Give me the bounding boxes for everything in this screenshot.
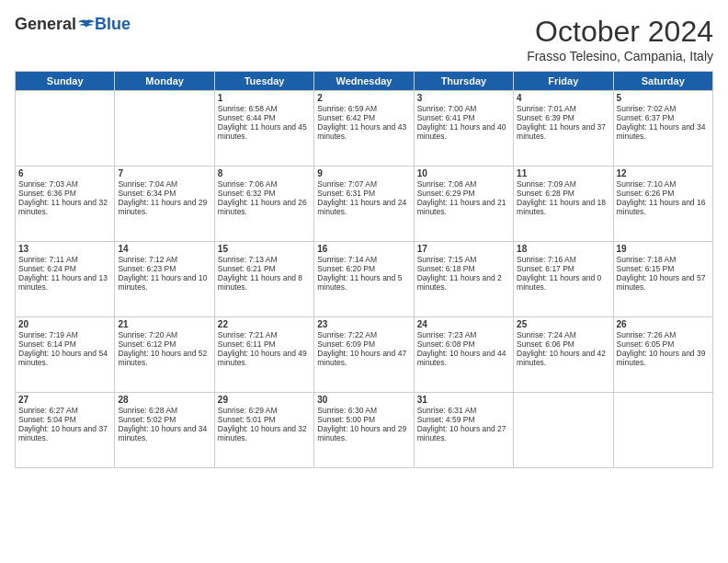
daylight-text: Daylight: 11 hours and 21 minutes. [417,198,510,216]
day-number: 12 [617,168,710,178]
daylight-text: Daylight: 10 hours and 57 minutes. [617,273,710,292]
sunset-text: Sunset: 6:12 PM [118,339,210,349]
daylight-text: Daylight: 11 hours and 13 minutes. [18,273,111,292]
calendar: SundayMondayTuesdayWednesdayThursdayFrid… [15,71,713,468]
sunset-text: Sunset: 6:32 PM [218,189,311,198]
calendar-cell: 24Sunrise: 7:23 AMSunset: 6:08 PMDayligh… [414,317,513,393]
day-number: 15 [218,244,311,254]
sunset-text: Sunset: 6:41 PM [417,113,510,122]
daylight-text: Daylight: 10 hours and 49 minutes. [218,349,311,367]
sunrise-text: Sunrise: 6:58 AM [218,104,311,113]
sunrise-text: Sunrise: 7:21 AM [218,330,311,339]
daylight-text: Daylight: 11 hours and 5 minutes. [317,273,410,292]
day-number: 25 [517,319,609,329]
calendar-cell: 5Sunrise: 7:02 AMSunset: 6:37 PMDaylight… [613,91,712,167]
calendar-header-row: SundayMondayTuesdayWednesdayThursdayFrid… [16,72,713,91]
sunrise-text: Sunrise: 7:26 AM [617,330,710,339]
daylight-text: Daylight: 10 hours and 42 minutes. [517,349,609,367]
sunrise-text: Sunrise: 7:14 AM [317,255,410,264]
calendar-cell [613,393,712,468]
sunset-text: Sunset: 6:05 PM [617,339,710,349]
sunrise-text: Sunrise: 6:31 AM [417,406,510,415]
logo-bird-icon [78,18,95,31]
daylight-text: Daylight: 10 hours and 47 minutes. [317,349,410,367]
sunrise-text: Sunrise: 7:15 AM [417,255,510,264]
sunset-text: Sunset: 6:09 PM [317,339,410,349]
calendar-cell: 11Sunrise: 7:09 AMSunset: 6:28 PMDayligh… [514,167,613,242]
sunrise-text: Sunrise: 7:16 AM [517,255,609,264]
daylight-text: Daylight: 10 hours and 37 minutes. [18,424,111,442]
daylight-text: Daylight: 11 hours and 24 minutes. [317,198,410,216]
sunset-text: Sunset: 6:36 PM [18,189,111,198]
calendar-cell: 29Sunrise: 6:29 AMSunset: 5:01 PMDayligh… [214,393,313,468]
day-number: 8 [218,168,311,178]
sunset-text: Sunset: 6:21 PM [218,264,311,273]
sunrise-text: Sunrise: 7:08 AM [417,179,510,189]
day-number: 1 [218,93,311,103]
day-number: 4 [517,93,609,103]
sunset-text: Sunset: 6:20 PM [317,264,410,273]
sunrise-text: Sunrise: 7:01 AM [517,104,609,113]
sunset-text: Sunset: 6:28 PM [517,189,609,198]
sunset-text: Sunset: 6:29 PM [417,189,510,198]
day-number: 10 [417,168,510,178]
calendar-cell [16,91,115,167]
daylight-text: Daylight: 11 hours and 43 minutes. [317,122,410,141]
sunset-text: Sunset: 6:17 PM [517,264,609,273]
sunset-text: Sunset: 4:59 PM [417,415,510,424]
day-number: 13 [18,244,111,254]
sunrise-text: Sunrise: 7:09 AM [517,179,609,189]
sunrise-text: Sunrise: 7:06 AM [218,179,311,189]
calendar-day-header: Thursday [414,72,513,91]
sunrise-text: Sunrise: 6:29 AM [218,406,311,415]
header: General Blue October 2024 Frasso Telesin… [15,15,713,63]
sunset-text: Sunset: 5:00 PM [317,415,410,424]
page: General Blue October 2024 Frasso Telesin… [0,0,728,563]
calendar-cell: 6Sunrise: 7:03 AMSunset: 6:36 PMDaylight… [16,167,115,242]
day-number: 2 [317,93,410,103]
calendar-cell: 1Sunrise: 6:58 AMSunset: 6:44 PMDaylight… [214,91,313,167]
calendar-cell: 16Sunrise: 7:14 AMSunset: 6:20 PMDayligh… [314,242,414,317]
calendar-week-row: 6Sunrise: 7:03 AMSunset: 6:36 PMDaylight… [16,167,713,242]
calendar-day-header: Wednesday [314,72,414,91]
day-number: 18 [517,244,609,254]
calendar-cell: 23Sunrise: 7:22 AMSunset: 6:09 PMDayligh… [314,317,414,393]
calendar-day-header: Friday [514,72,613,91]
sunrise-text: Sunrise: 7:23 AM [417,330,510,339]
calendar-day-header: Sunday [16,72,115,91]
sunrise-text: Sunrise: 7:07 AM [317,179,410,189]
day-number: 7 [118,168,210,178]
day-number: 28 [118,395,210,405]
logo-blue: Blue [95,15,131,34]
sunset-text: Sunset: 6:18 PM [417,264,510,273]
sunrise-text: Sunrise: 7:22 AM [317,330,410,339]
daylight-text: Daylight: 10 hours and 32 minutes. [218,424,311,442]
daylight-text: Daylight: 10 hours and 54 minutes. [18,349,111,367]
sunset-text: Sunset: 6:06 PM [517,339,609,349]
daylight-text: Daylight: 11 hours and 2 minutes. [417,273,510,292]
sunrise-text: Sunrise: 7:00 AM [417,104,510,113]
sunrise-text: Sunrise: 7:20 AM [118,330,210,339]
sunset-text: Sunset: 6:14 PM [18,339,111,349]
logo-text: General Blue [15,15,131,34]
calendar-cell: 14Sunrise: 7:12 AMSunset: 6:23 PMDayligh… [115,242,214,317]
day-number: 17 [417,244,510,254]
daylight-text: Daylight: 11 hours and 45 minutes. [218,122,311,141]
sunset-text: Sunset: 5:02 PM [118,415,210,424]
calendar-cell: 13Sunrise: 7:11 AMSunset: 6:24 PMDayligh… [16,242,115,317]
day-number: 27 [18,395,111,405]
daylight-text: Daylight: 11 hours and 34 minutes. [617,122,710,141]
sunrise-text: Sunrise: 7:11 AM [18,255,111,264]
day-number: 16 [317,244,410,254]
calendar-cell: 17Sunrise: 7:15 AMSunset: 6:18 PMDayligh… [414,242,513,317]
sunrise-text: Sunrise: 7:03 AM [18,179,111,189]
day-number: 30 [317,395,410,405]
calendar-cell [115,91,214,167]
sunset-text: Sunset: 5:04 PM [18,415,111,424]
daylight-text: Daylight: 11 hours and 29 minutes. [118,198,210,216]
calendar-cell: 20Sunrise: 7:19 AMSunset: 6:14 PMDayligh… [16,317,115,393]
sunset-text: Sunset: 6:42 PM [317,113,410,122]
sunset-text: Sunset: 6:44 PM [218,113,311,122]
sunrise-text: Sunrise: 7:13 AM [218,255,311,264]
calendar-cell [514,393,613,468]
